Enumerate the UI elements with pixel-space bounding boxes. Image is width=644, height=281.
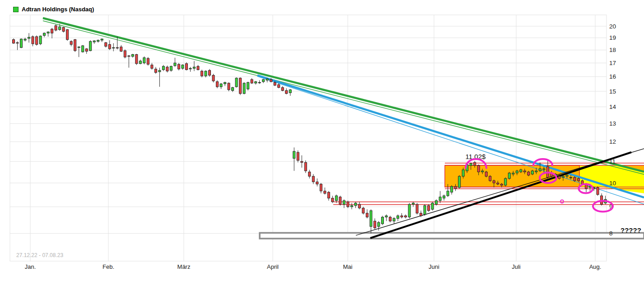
candle-down xyxy=(312,176,314,182)
candle-down xyxy=(358,204,360,208)
candle-down xyxy=(197,66,199,70)
candle-down xyxy=(389,217,391,221)
y-axis-label: 13 xyxy=(609,120,616,127)
candle-down xyxy=(420,213,422,216)
candle-up xyxy=(350,206,353,207)
candle-down xyxy=(416,204,418,213)
candle-down xyxy=(597,187,599,195)
candle-down xyxy=(497,183,499,184)
candle-up xyxy=(435,201,438,204)
candle-up xyxy=(24,39,26,40)
date-range-label: 27.12.22 - 07.08.23 xyxy=(16,252,63,258)
candle-down xyxy=(362,208,364,213)
candle-down xyxy=(120,47,122,52)
candle-up xyxy=(424,206,426,215)
candle-up xyxy=(193,67,195,68)
candle-down xyxy=(228,83,230,90)
x-axis-label: Jan. xyxy=(25,263,36,270)
candle-down xyxy=(270,80,272,82)
candle-up xyxy=(443,196,445,198)
candle-up xyxy=(139,61,141,64)
y-axis-label: 12 xyxy=(609,138,616,145)
candle-up xyxy=(112,47,115,48)
candle-down xyxy=(124,51,126,57)
y-axis-label: 11 xyxy=(609,158,616,165)
legend-label: Adtran Holdings (Nasdaq) xyxy=(22,6,94,13)
candle-down xyxy=(166,67,168,71)
legend-color-swatch xyxy=(13,7,19,12)
candle-down xyxy=(13,40,15,43)
candle-down xyxy=(485,172,487,177)
candle-down xyxy=(327,192,330,198)
x-axis-label: Juli xyxy=(512,263,521,270)
candle-up xyxy=(235,78,238,87)
candle-down xyxy=(185,64,187,70)
candle-up xyxy=(28,37,30,38)
candle-down xyxy=(320,184,322,191)
candle-up xyxy=(97,40,99,42)
candle-down xyxy=(281,88,284,91)
y-axis-label: 16 xyxy=(609,73,616,80)
candle-down xyxy=(55,26,57,30)
candle-up xyxy=(397,216,399,219)
candle-up xyxy=(247,82,249,89)
y-axis-label: 19 xyxy=(609,34,616,41)
candle-up xyxy=(531,171,533,174)
candle-down xyxy=(278,84,280,88)
candle-down xyxy=(523,171,526,172)
candle-up xyxy=(451,187,453,192)
candle-down xyxy=(36,37,38,44)
candle-down xyxy=(574,178,576,181)
candle-down xyxy=(301,161,303,162)
candle-down xyxy=(373,221,376,228)
candle-down xyxy=(151,65,153,68)
candle-down xyxy=(66,30,69,40)
candle-up xyxy=(439,197,441,201)
x-axis-label: März xyxy=(177,263,191,270)
candle-up xyxy=(569,178,572,178)
y-axis-label: 14 xyxy=(609,103,616,110)
candle-up xyxy=(370,211,372,226)
candle-up xyxy=(335,196,337,201)
candle-down xyxy=(500,184,503,186)
candle-up xyxy=(182,65,184,68)
y-axis-label: 18 xyxy=(609,47,616,53)
candle-up xyxy=(47,32,49,33)
candle-up xyxy=(562,176,564,177)
candle-up xyxy=(508,173,510,178)
candle-up xyxy=(543,169,545,169)
candle-up xyxy=(566,175,568,176)
candle-up xyxy=(243,83,245,94)
candle-down xyxy=(201,71,203,76)
candle-up xyxy=(408,204,411,217)
plot-border xyxy=(10,15,607,261)
candle-up xyxy=(205,71,207,76)
x-axis-label: April xyxy=(267,263,279,270)
candle-up xyxy=(378,222,380,226)
chart-legend: Adtran Holdings (Nasdaq) xyxy=(13,6,94,13)
candle-down xyxy=(577,178,579,181)
y-axis-label: 8 xyxy=(609,230,613,237)
candle-down xyxy=(454,187,457,189)
green-resistance-thick-trendline xyxy=(43,18,644,172)
candle-down xyxy=(401,216,403,217)
candle-down xyxy=(316,182,318,184)
candle-down xyxy=(339,197,341,204)
candle-up xyxy=(385,216,387,217)
candle-down xyxy=(489,176,491,181)
candle-down xyxy=(493,181,495,183)
candle-down xyxy=(304,163,307,171)
candle-up xyxy=(220,84,222,87)
candle-down xyxy=(239,78,242,94)
stock-chart-window: 891011121314151617181920Jan.Feb.MärzApri… xyxy=(0,0,644,281)
candle-up xyxy=(20,39,23,47)
candle-up xyxy=(143,58,145,63)
candle-up xyxy=(462,170,464,176)
candle-up xyxy=(355,203,357,206)
candle-up xyxy=(170,66,172,70)
candle-down xyxy=(274,82,276,85)
candle-up xyxy=(539,169,541,171)
candlestick-chart: 891011121314151617181920Jan.Feb.MärzApri… xyxy=(0,0,644,281)
candle-down xyxy=(105,42,107,46)
candle-up xyxy=(224,82,226,84)
